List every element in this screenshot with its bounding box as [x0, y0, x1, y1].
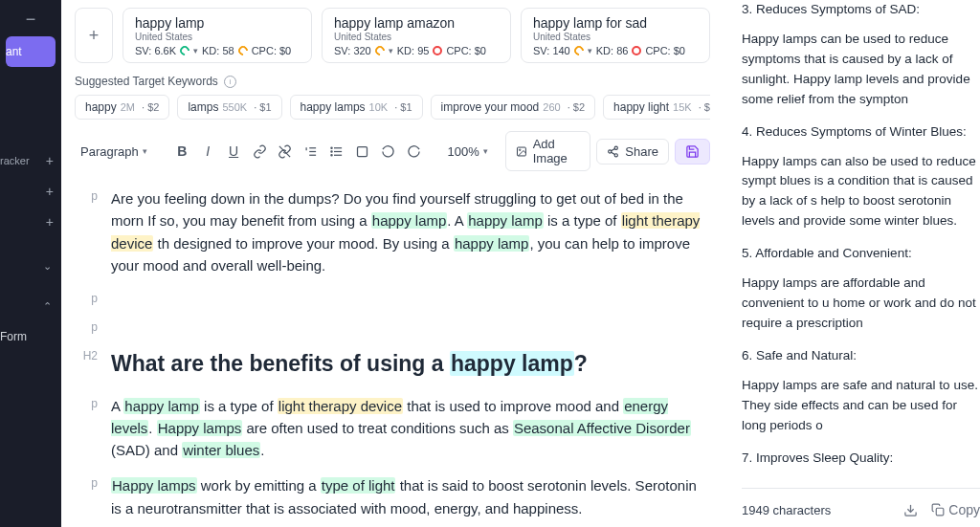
block-tag: p	[75, 290, 98, 305]
svg-line-17	[612, 152, 615, 154]
keyword-tab-0[interactable]: happy lamp United States SV: 6.6K▾ KD: 5…	[122, 8, 312, 63]
redo-icon	[407, 144, 421, 159]
plus-icon: +	[89, 26, 100, 46]
keyword-chip[interactable]: happy light15K · $1	[603, 95, 710, 120]
link-button[interactable]	[250, 139, 270, 164]
block-tag: H2	[75, 347, 98, 382]
block-tag: p	[75, 395, 98, 462]
copy-button[interactable]: Copy	[931, 502, 980, 517]
plus-icon: +	[46, 184, 54, 199]
chevron-down-icon: ▾	[483, 146, 488, 156]
right-panel-content: 3. Reduces Symptoms of SAD:Happy lamps c…	[742, 0, 980, 480]
section-title: 7. Improves Sleep Quality:	[742, 449, 980, 469]
keyword-tabs: + happy lamp United States SV: 6.6K▾ KD:…	[61, 0, 724, 71]
section-body: Happy lamps can also improve sleep quali…	[742, 478, 980, 480]
zoom-select[interactable]: 100%▾	[442, 141, 494, 163]
svg-point-12	[519, 149, 520, 150]
block-content[interactable]	[111, 290, 710, 305]
keyword-chip[interactable]: lamps550K · $1	[177, 95, 281, 120]
svg-rect-10	[358, 146, 368, 156]
sv-indicator-icon	[178, 44, 191, 57]
unlink-icon	[278, 144, 292, 159]
section-title: 5. Affordable and Convenient:	[742, 244, 980, 264]
save-icon	[685, 144, 700, 159]
list-bullet-button[interactable]	[326, 139, 346, 164]
add-image-button[interactable]: Add Image	[505, 131, 591, 171]
sidebar-add-1[interactable]: +	[0, 176, 61, 207]
list-ordered-button[interactable]	[301, 139, 321, 164]
sidebar-add-2[interactable]: +	[0, 207, 61, 237]
undo-icon	[381, 144, 395, 159]
keyword-tab-1[interactable]: happy lamp amazon United States SV: 320▾…	[322, 8, 511, 63]
block-tag: p	[75, 187, 98, 276]
main-area: + happy lamp United States SV: 6.6K▾ KD:…	[61, 0, 724, 527]
svg-point-14	[609, 149, 612, 152]
indent-button[interactable]	[352, 139, 372, 164]
download-icon	[903, 503, 918, 517]
sidebar-collapse[interactable]: −	[0, 4, 61, 34]
keyword-chip[interactable]: happy2M · $2	[75, 95, 169, 120]
block-content[interactable]	[111, 318, 710, 334]
undo-button[interactable]	[378, 139, 398, 164]
suggested-keywords: Suggested Target Keywords i happy2M · $2…	[61, 71, 724, 125]
block-content[interactable]: Happy lamps work by emitting a type of l…	[111, 474, 710, 519]
italic-button[interactable]: I	[198, 139, 218, 164]
list-ordered-icon	[303, 144, 318, 159]
chevron-up-icon: ⌃	[43, 300, 52, 313]
svg-point-9	[331, 154, 332, 155]
share-icon	[607, 145, 619, 158]
char-count: 1949 characters	[742, 503, 890, 517]
svg-point-13	[614, 146, 617, 149]
editor-row: p	[75, 290, 710, 305]
kd-indicator-icon	[433, 46, 442, 55]
block-content[interactable]: A happy lamp is a type of light therapy …	[111, 395, 710, 462]
sidebar-expand-down[interactable]: ⌄	[0, 251, 61, 281]
sidebar-item-ant[interactable]: ant	[6, 36, 56, 67]
share-button[interactable]: Share	[596, 139, 669, 165]
section-body: Happy lamps can also be used to reduce s…	[742, 152, 980, 232]
section-body: Happy lamps can be used to reduce sympto…	[742, 30, 980, 110]
minus-icon: −	[26, 10, 36, 30]
sv-indicator-icon	[373, 44, 387, 57]
download-button[interactable]	[903, 503, 918, 517]
editor-row: pA happy lamp is a type of light therapy…	[75, 395, 710, 462]
indent-icon	[355, 144, 369, 159]
editor-toolbar: Paragraph▾ B I U 100%▾ Add Image Share	[61, 125, 724, 182]
chevron-down-icon: ▾	[389, 46, 393, 55]
editor-row: p	[75, 318, 710, 334]
chevron-down-icon: ⌄	[43, 260, 52, 273]
keyword-tab-2[interactable]: happy lamp for sad United States SV: 140…	[521, 8, 710, 63]
right-panel: 3. Reduces Symptoms of SAD:Happy lamps c…	[724, 0, 980, 527]
format-select[interactable]: Paragraph▾	[75, 141, 153, 163]
section-title: 3. Reduces Symptoms of SAD:	[742, 0, 980, 20]
info-icon[interactable]: i	[224, 76, 236, 88]
editor-row: pAre you feeling down in the dumps? Do y…	[75, 187, 710, 276]
editor-content[interactable]: pAre you feeling down in the dumps? Do y…	[61, 182, 724, 527]
unlink-button[interactable]	[276, 139, 296, 164]
image-icon	[516, 144, 527, 159]
svg-point-15	[614, 153, 617, 156]
keyword-chip[interactable]: improve your mood260 · $2	[431, 95, 595, 120]
block-content[interactable]: Are you feeling down in the dumps? Do yo…	[111, 187, 710, 276]
editor-row: pHappy lamps work by emitting a type of …	[75, 474, 710, 519]
bold-button[interactable]: B	[172, 139, 192, 164]
svg-line-16	[612, 148, 615, 150]
add-tab-button[interactable]: +	[75, 8, 113, 63]
underline-button[interactable]: U	[224, 139, 244, 164]
sidebar-item-tracker[interactable]: racker+	[0, 145, 61, 176]
sidebar-expand-up[interactable]: ⌃	[0, 291, 61, 321]
block-content[interactable]: What are the benefits of using a happy l…	[111, 347, 710, 382]
redo-button[interactable]	[404, 139, 424, 164]
sidebar: − ant racker+ + + ⌄ ⌃ Form	[0, 0, 61, 527]
copy-icon	[931, 503, 945, 516]
plus-icon: +	[46, 214, 54, 230]
block-tag: p	[75, 474, 98, 519]
keyword-chip[interactable]: happy lamps10K · $1	[290, 95, 423, 120]
section-title: 6. Safe and Natural:	[742, 346, 980, 366]
chevron-down-icon: ▾	[193, 46, 198, 55]
svg-point-8	[331, 150, 332, 151]
right-panel-footer: 1949 characters Copy	[742, 488, 980, 527]
save-button[interactable]	[675, 139, 710, 165]
list-bullet-icon	[329, 144, 344, 159]
sidebar-item-form[interactable]: Form	[0, 321, 61, 352]
